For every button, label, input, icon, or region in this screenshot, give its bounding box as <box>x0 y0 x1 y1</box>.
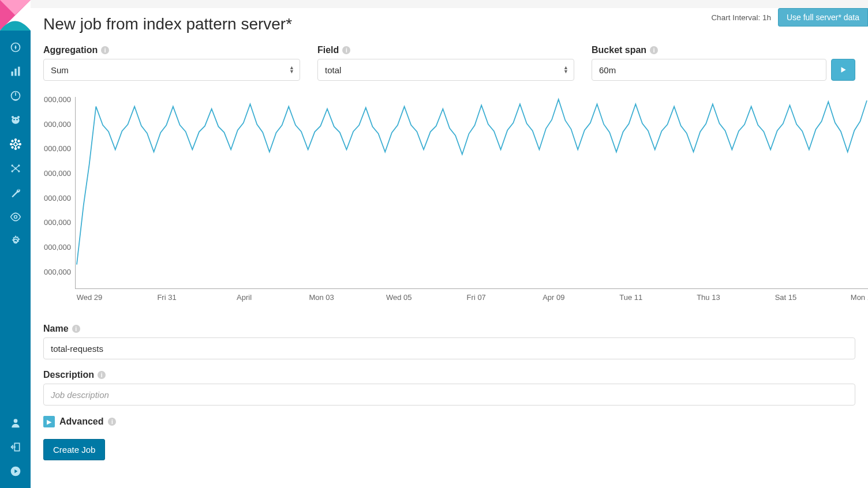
sidebar <box>0 0 31 488</box>
aggregation-select[interactable]: Sum <box>43 59 300 81</box>
info-icon[interactable]: i <box>98 371 106 379</box>
svg-point-17 <box>10 144 12 145</box>
advanced-label: Advanced <box>59 416 103 427</box>
machinelearning-icon[interactable] <box>9 138 22 151</box>
x-tick-label: Fri 07 <box>467 293 486 302</box>
description-input[interactable] <box>43 384 855 406</box>
svg-point-22 <box>18 147 20 148</box>
field-select[interactable]: total <box>317 59 574 81</box>
discover-icon[interactable] <box>9 41 22 54</box>
y-tick-label: 000,000 <box>44 267 71 276</box>
monitoring-icon[interactable] <box>9 211 22 223</box>
aggregation-label: Aggregation <box>43 45 98 55</box>
y-tick-label: 000,000 <box>44 144 71 153</box>
svg-point-37 <box>13 419 17 423</box>
chart-interval-label: Chart Interval: 1h <box>711 13 771 22</box>
x-tick-label: Mon 17 <box>851 293 868 302</box>
x-tick-label: Wed 29 <box>77 293 103 302</box>
info-icon[interactable]: i <box>101 46 109 54</box>
svg-point-14 <box>14 142 17 146</box>
chart: 000,000000,000000,000000,000000,000000,0… <box>43 97 868 313</box>
svg-point-13 <box>17 116 19 118</box>
x-tick-label: Thu 13 <box>697 293 720 302</box>
create-job-button[interactable]: Create Job <box>43 439 105 460</box>
y-tick-label: 000,000 <box>44 169 71 178</box>
x-tick-label: Tue 11 <box>619 293 642 302</box>
svg-marker-42 <box>841 67 846 72</box>
y-tick-label: 000,000 <box>44 119 71 128</box>
svg-line-32 <box>12 166 16 168</box>
play-button[interactable] <box>831 59 855 81</box>
dashboard-icon[interactable] <box>9 89 22 102</box>
svg-rect-5 <box>11 72 13 76</box>
advanced-toggle[interactable]: ▶ <box>43 416 55 427</box>
svg-point-19 <box>12 140 13 142</box>
x-tick-label: April <box>237 293 252 302</box>
collapse-icon[interactable] <box>9 465 22 478</box>
info-icon[interactable]: i <box>650 46 658 54</box>
timelion-icon[interactable] <box>9 114 22 126</box>
svg-point-36 <box>14 216 17 219</box>
svg-rect-7 <box>18 67 20 76</box>
svg-point-15 <box>14 139 16 141</box>
y-tick-label: 000,000 <box>44 243 71 251</box>
svg-marker-4 <box>14 45 16 50</box>
name-input[interactable] <box>43 337 855 359</box>
use-full-data-button[interactable]: Use full server* data <box>778 8 868 27</box>
info-icon[interactable]: i <box>108 418 116 426</box>
y-tick-label: 000,000 <box>44 193 71 202</box>
description-label: Description <box>43 370 94 380</box>
bucket-span-input[interactable] <box>592 59 826 81</box>
svg-point-10 <box>13 119 15 121</box>
x-tick-label: Mon 03 <box>309 293 334 302</box>
y-tick-label: 000,000 <box>44 218 71 227</box>
info-icon[interactable]: i <box>72 325 80 333</box>
x-tick-label: Sat 15 <box>775 293 797 302</box>
svg-point-16 <box>14 148 16 149</box>
breadcrumb-bar <box>31 0 868 8</box>
name-label: Name <box>43 324 69 334</box>
svg-point-20 <box>18 140 20 142</box>
main-content: Chart Interval: 1h Use full server* data… <box>31 0 868 488</box>
account-icon[interactable] <box>9 416 22 429</box>
x-tick-label: Fri 31 <box>157 293 176 302</box>
logout-icon[interactable] <box>9 441 22 453</box>
svg-rect-6 <box>14 69 16 76</box>
devtools-icon[interactable] <box>9 186 22 199</box>
management-icon[interactable] <box>9 235 22 247</box>
info-icon[interactable]: i <box>342 46 350 54</box>
graph-icon[interactable] <box>9 162 22 175</box>
svg-point-12 <box>11 116 13 118</box>
x-tick-label: Apr 09 <box>542 293 564 302</box>
svg-point-21 <box>12 147 13 148</box>
bucket-span-label: Bucket span <box>592 45 646 55</box>
svg-point-18 <box>19 144 21 145</box>
visualize-icon[interactable] <box>9 65 22 78</box>
svg-point-11 <box>16 119 18 121</box>
svg-line-34 <box>12 168 16 171</box>
y-tick-label: 000,000 <box>44 95 71 104</box>
svg-line-35 <box>16 168 19 171</box>
kibana-logo[interactable] <box>0 0 31 31</box>
x-tick-label: Wed 05 <box>386 293 412 302</box>
field-label: Field <box>317 45 339 55</box>
svg-line-33 <box>16 166 19 168</box>
